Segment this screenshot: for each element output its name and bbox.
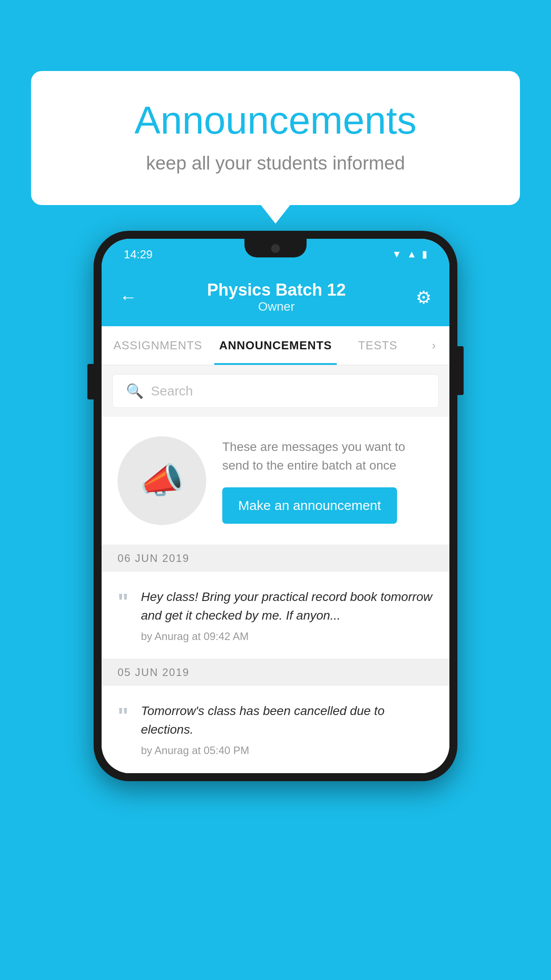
wifi-icon: ▼ bbox=[392, 249, 401, 260]
quote-icon-1: " bbox=[118, 590, 129, 613]
owner-label: Owner bbox=[137, 300, 416, 314]
speech-bubble-title: Announcements bbox=[67, 98, 484, 143]
make-announcement-button[interactable]: Make an announcement bbox=[222, 487, 397, 524]
phone-mockup: 14:29 ▼ ▲ ▮ ← Physics Batch 12 Owner ⚙ bbox=[94, 231, 457, 781]
megaphone-icon: 📣 bbox=[140, 460, 184, 502]
notch bbox=[244, 239, 307, 257]
tab-announcements[interactable]: ANNOUNCEMENTS bbox=[214, 326, 337, 365]
settings-icon[interactable]: ⚙ bbox=[416, 287, 432, 308]
tabs-bar: ASSIGNMENTS ANNOUNCEMENTS TESTS › bbox=[102, 326, 449, 365]
tab-tests[interactable]: TESTS bbox=[337, 326, 418, 365]
phone-inner: 14:29 ▼ ▲ ▮ ← Physics Batch 12 Owner ⚙ bbox=[102, 239, 449, 773]
status-bar: 14:29 ▼ ▲ ▮ bbox=[102, 239, 449, 270]
speech-bubble: Announcements keep all your students inf… bbox=[31, 71, 520, 205]
announcement-text-2: Tomorrow's class has been cancelled due … bbox=[141, 702, 433, 757]
search-bar[interactable]: 🔍 Search bbox=[112, 374, 439, 408]
batch-title: Physics Batch 12 bbox=[137, 281, 416, 300]
date-label-1: 06 JUN 2019 bbox=[118, 552, 189, 564]
announcement-message-2: Tomorrow's class has been cancelled due … bbox=[141, 702, 433, 739]
search-icon: 🔍 bbox=[126, 383, 144, 399]
status-time: 14:29 bbox=[124, 248, 153, 261]
search-container: 🔍 Search bbox=[102, 365, 449, 417]
announcement-meta-1: by Anurag at 09:42 AM bbox=[141, 630, 433, 643]
speech-bubble-container: Announcements keep all your students inf… bbox=[31, 71, 520, 205]
quote-icon-2: " bbox=[118, 704, 129, 727]
announcement-item-2[interactable]: " Tomorrow's class has been cancelled du… bbox=[102, 686, 449, 773]
announcement-meta-2: by Anurag at 05:40 PM bbox=[141, 744, 433, 757]
announcement-message-1: Hey class! Bring your practical record b… bbox=[141, 588, 433, 625]
cta-description: These are messages you want to send to t… bbox=[222, 438, 433, 475]
battery-icon: ▮ bbox=[422, 249, 427, 260]
back-button[interactable]: ← bbox=[119, 287, 137, 307]
cta-section: 📣 These are messages you want to send to… bbox=[102, 417, 449, 545]
app-header: ← Physics Batch 12 Owner ⚙ bbox=[102, 270, 449, 326]
speech-bubble-subtitle: keep all your students informed bbox=[67, 153, 484, 174]
phone-outer: 14:29 ▼ ▲ ▮ ← Physics Batch 12 Owner ⚙ bbox=[94, 231, 457, 781]
signal-icon: ▲ bbox=[407, 249, 417, 260]
announcement-text-1: Hey class! Bring your practical record b… bbox=[141, 588, 433, 643]
status-icons: ▼ ▲ ▮ bbox=[392, 249, 427, 260]
search-placeholder: Search bbox=[151, 383, 193, 399]
tab-more[interactable]: › bbox=[419, 326, 449, 365]
announcement-item-1[interactable]: " Hey class! Bring your practical record… bbox=[102, 572, 449, 659]
date-section-2: 05 JUN 2019 bbox=[102, 659, 449, 686]
tab-assignments[interactable]: ASSIGNMENTS bbox=[102, 326, 214, 365]
announcement-icon-circle: 📣 bbox=[118, 436, 206, 525]
date-section-1: 06 JUN 2019 bbox=[102, 545, 449, 572]
header-center: Physics Batch 12 Owner bbox=[137, 281, 416, 314]
camera bbox=[271, 244, 280, 253]
cta-right: These are messages you want to send to t… bbox=[222, 438, 433, 524]
date-label-2: 05 JUN 2019 bbox=[118, 666, 189, 678]
